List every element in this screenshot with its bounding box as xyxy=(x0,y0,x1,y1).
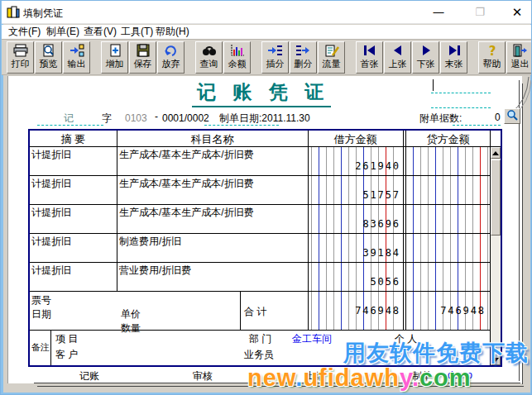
header-input-line-2[interactable] xyxy=(431,107,491,108)
menu-help[interactable]: 帮助(H) xyxy=(154,26,191,38)
ticket-label: 票号 xyxy=(31,293,51,307)
search-binoculars-icon xyxy=(201,44,218,59)
row-debit-amount[interactable]: 51757 xyxy=(308,189,400,201)
menu-tools[interactable]: 工具(T) xyxy=(119,26,155,38)
grid-line xyxy=(30,330,490,331)
maximize-button[interactable]: ❐ xyxy=(467,4,492,21)
exit-icon xyxy=(512,44,529,59)
note-label: 备注 xyxy=(31,341,50,354)
grid-line xyxy=(30,146,501,147)
close-button[interactable]: ✕ xyxy=(505,4,530,21)
first-page-icon xyxy=(362,44,378,59)
voucher-title: 记 账 凭 证 xyxy=(192,79,331,107)
row-summary[interactable]: 计提折旧 xyxy=(31,235,71,249)
grid-line xyxy=(30,233,501,234)
last-page-button[interactable]: 末张 xyxy=(440,41,467,74)
print-preview-icon xyxy=(41,44,57,59)
discard-icon xyxy=(163,44,180,59)
next-page-icon xyxy=(418,44,434,59)
table-scrollbar[interactable] xyxy=(491,147,501,365)
col-header-summary: 摘 要 xyxy=(30,132,117,147)
insert-entry-button[interactable]: 插分 xyxy=(261,41,289,74)
delete-entry-button[interactable]: 删分 xyxy=(290,41,317,74)
save-button[interactable]: 保存 xyxy=(129,41,156,74)
print-button[interactable]: 打印 xyxy=(7,41,34,74)
row-debit-amount[interactable]: 5056 xyxy=(308,276,400,288)
scrollbar-up-button[interactable] xyxy=(491,147,501,159)
export-button[interactable]: 输出 xyxy=(63,41,90,74)
row-account[interactable]: 生产成本/基本生产成本/折旧费 xyxy=(119,177,254,191)
delete-entry-icon xyxy=(295,44,312,59)
printer-icon xyxy=(12,44,29,59)
query-button[interactable]: 查询 xyxy=(195,41,223,74)
help-icon: ? xyxy=(484,44,501,59)
discard-button[interactable]: 放弃 xyxy=(157,41,185,74)
first-page-button[interactable]: 首张 xyxy=(356,41,383,74)
scrollbar-thumb[interactable] xyxy=(491,159,501,236)
minimize-button[interactable]: — xyxy=(426,4,451,21)
watermark-line1: 用友软件免费下载 xyxy=(343,338,529,368)
attachments-label: 附单据数: xyxy=(419,112,462,126)
attachments-count[interactable]: 0 xyxy=(495,112,501,123)
toolbar: 打印 预览 输出 增加 保存 放弃 查询 余额 xyxy=(2,39,532,75)
help-button[interactable]: ? 帮助 xyxy=(478,41,506,74)
grid-line xyxy=(30,262,501,263)
magnifier-icon xyxy=(506,109,519,124)
svg-text:?: ? xyxy=(488,44,496,57)
unit-price-label: 单价 xyxy=(121,307,141,321)
grid-line xyxy=(240,291,241,330)
voucher-number[interactable]: 0001/0002 xyxy=(162,112,209,124)
voucher-word-prefix[interactable]: 记 xyxy=(64,112,74,126)
preview-button[interactable]: 预览 xyxy=(35,41,62,74)
row-summary[interactable]: 计提折旧 xyxy=(31,206,71,220)
col-header-debit: 借方金额 xyxy=(308,132,403,147)
row-summary[interactable]: 计提折旧 xyxy=(31,177,71,191)
row-account[interactable]: 制造费用/折旧 xyxy=(119,235,181,249)
department-value[interactable]: 金工车间 xyxy=(292,332,332,346)
row-debit-amount[interactable]: 261940 xyxy=(308,160,400,172)
voucher-word-underline xyxy=(37,125,103,126)
next-page-button[interactable]: 下张 xyxy=(412,41,439,74)
row-account[interactable]: 生产成本/基本生产成本/折旧费 xyxy=(119,206,254,220)
window-title: 填制凭证 xyxy=(23,7,63,21)
grid-line xyxy=(403,131,404,330)
text-caret xyxy=(433,79,434,91)
prev-page-icon xyxy=(390,44,406,59)
total-debit-amount: 746948 xyxy=(308,305,400,316)
salesman-label[interactable]: 业务员 xyxy=(244,348,274,362)
menu-make[interactable]: 制单(E) xyxy=(45,26,81,38)
cashflow-icon xyxy=(324,44,340,59)
quantity-label: 数量 xyxy=(121,321,141,336)
exit-button[interactable]: 退出 xyxy=(506,41,532,74)
insert-entry-icon xyxy=(267,44,284,59)
row-account[interactable]: 生产成本/基本生产成本/折旧费 xyxy=(119,148,254,162)
voucher-word-suffix: 字 xyxy=(102,112,112,126)
paper-edge-right-1 xyxy=(519,80,520,381)
voucher-book-code[interactable]: 0103 xyxy=(125,112,147,124)
grid-line xyxy=(405,131,406,330)
date-label: 日期 xyxy=(31,307,51,321)
row-account[interactable]: 营业费用/折旧费 xyxy=(119,264,191,278)
customer-label[interactable]: 客 户 xyxy=(55,348,78,362)
last-page-icon xyxy=(446,44,463,59)
review-label: 审核 xyxy=(193,369,213,383)
balance-button[interactable]: 余额 xyxy=(223,41,251,74)
row-summary[interactable]: 计提折旧 xyxy=(31,264,71,278)
project-label[interactable]: 项 目 xyxy=(55,332,78,346)
department-label: 部 门 xyxy=(249,332,271,346)
header-input-line-1[interactable] xyxy=(431,93,491,93)
voucher-date-value[interactable]: 2011.11.30 xyxy=(261,112,309,124)
prev-page-button[interactable]: 上张 xyxy=(384,41,411,74)
row-debit-amount[interactable]: 39184 xyxy=(308,247,400,259)
row-debit-amount[interactable]: 83696 xyxy=(308,218,400,230)
cashflow-button[interactable]: 流量 xyxy=(318,41,345,74)
export-icon xyxy=(69,44,85,59)
menu-file[interactable]: 文件(F) xyxy=(7,26,42,38)
row-summary[interactable]: 计提折旧 xyxy=(31,148,71,162)
menu-view[interactable]: 查看(V) xyxy=(82,26,118,38)
attachments-lookup-button[interactable] xyxy=(504,108,520,124)
voucher-date[interactable]: 制单日期:2011.11.30 xyxy=(219,112,310,126)
add-button[interactable]: 增加 xyxy=(101,41,128,74)
col-header-account: 科目名称 xyxy=(117,132,308,147)
scroll-up-icon xyxy=(492,151,499,155)
